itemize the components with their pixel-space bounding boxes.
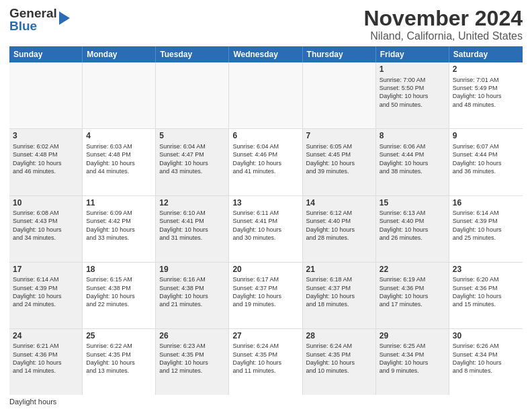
calendar-cell (229, 62, 302, 128)
calendar-cell: 27Sunrise: 6:24 AM Sunset: 4:35 PM Dayli… (229, 329, 302, 395)
calendar-cell: 17Sunrise: 6:14 AM Sunset: 4:39 PM Dayli… (9, 263, 83, 328)
day-number: 2 (453, 64, 519, 75)
day-info: Sunrise: 6:24 AM Sunset: 4:35 PM Dayligh… (306, 342, 355, 374)
day-info: Sunrise: 6:14 AM Sunset: 4:39 PM Dayligh… (453, 210, 502, 241)
day-number: 17 (13, 265, 79, 275)
day-number: 20 (232, 265, 298, 275)
day-number: 12 (159, 198, 225, 209)
calendar-cell (83, 62, 156, 128)
calendar-cell: 12Sunrise: 6:10 AM Sunset: 4:41 PM Dayli… (156, 196, 229, 262)
calendar-cell: 6Sunrise: 6:04 AM Sunset: 4:46 PM Daylig… (229, 129, 302, 195)
calendar-cell: 16Sunrise: 6:14 AM Sunset: 4:39 PM Dayli… (449, 196, 523, 262)
page: General Blue November 2024 Niland, Calif… (0, 0, 532, 411)
day-number: 14 (306, 198, 372, 209)
logo-blue: Blue (9, 19, 57, 32)
day-number: 9 (453, 131, 519, 142)
footer: Daylight hours (9, 398, 523, 406)
day-number: 7 (306, 131, 372, 142)
calendar-cell: 4Sunrise: 6:03 AM Sunset: 4:48 PM Daylig… (83, 129, 156, 195)
calendar-cell: 5Sunrise: 6:04 AM Sunset: 4:47 PM Daylig… (156, 129, 229, 195)
day-number: 13 (232, 198, 298, 209)
day-number: 29 (380, 331, 445, 342)
day-info: Sunrise: 6:17 AM Sunset: 4:37 PM Dayligh… (232, 276, 281, 308)
calendar-cell: 14Sunrise: 6:12 AM Sunset: 4:40 PM Dayli… (303, 196, 376, 262)
day-info: Sunrise: 6:24 AM Sunset: 4:35 PM Dayligh… (232, 342, 281, 374)
calendar-cell: 15Sunrise: 6:13 AM Sunset: 4:40 PM Dayli… (376, 196, 449, 262)
calendar-row: 10Sunrise: 6:08 AM Sunset: 4:43 PM Dayli… (9, 196, 523, 263)
calendar-row: 1Sunrise: 7:00 AM Sunset: 5:50 PM Daylig… (9, 62, 523, 129)
day-number: 6 (232, 131, 298, 142)
calendar-cell: 28Sunrise: 6:24 AM Sunset: 4:35 PM Dayli… (303, 329, 376, 395)
calendar-cell: 23Sunrise: 6:20 AM Sunset: 4:36 PM Dayli… (449, 263, 523, 328)
calendar-header-cell: Saturday (449, 46, 523, 62)
day-info: Sunrise: 6:21 AM Sunset: 4:36 PM Dayligh… (13, 342, 62, 374)
calendar-cell: 26Sunrise: 6:23 AM Sunset: 4:35 PM Dayli… (156, 329, 229, 395)
day-info: Sunrise: 6:03 AM Sunset: 4:48 PM Dayligh… (86, 143, 135, 175)
day-number: 1 (380, 64, 445, 75)
day-info: Sunrise: 6:13 AM Sunset: 4:40 PM Dayligh… (380, 210, 429, 241)
day-info: Sunrise: 6:04 AM Sunset: 4:46 PM Dayligh… (232, 143, 281, 175)
calendar-header-cell: Thursday (303, 46, 376, 62)
day-number: 26 (159, 331, 225, 342)
logo-general: General (9, 7, 57, 19)
header: General Blue November 2024 Niland, Calif… (9, 7, 523, 42)
calendar-row: 17Sunrise: 6:14 AM Sunset: 4:39 PM Dayli… (9, 263, 523, 329)
calendar-cell: 19Sunrise: 6:16 AM Sunset: 4:38 PM Dayli… (156, 263, 229, 328)
day-number: 16 (453, 198, 519, 209)
calendar-cell: 24Sunrise: 6:21 AM Sunset: 4:36 PM Dayli… (9, 329, 83, 395)
calendar-cell: 21Sunrise: 6:18 AM Sunset: 4:37 PM Dayli… (303, 263, 376, 328)
calendar-cell (9, 62, 83, 128)
day-number: 23 (453, 265, 519, 275)
calendar-cell: 3Sunrise: 6:02 AM Sunset: 4:48 PM Daylig… (9, 129, 83, 195)
day-number: 24 (13, 331, 79, 342)
calendar-header: SundayMondayTuesdayWednesdayThursdayFrid… (9, 46, 523, 62)
calendar-cell (303, 62, 376, 128)
calendar-cell: 9Sunrise: 6:07 AM Sunset: 4:44 PM Daylig… (449, 129, 523, 195)
calendar-cell: 22Sunrise: 6:19 AM Sunset: 4:36 PM Dayli… (376, 263, 449, 328)
day-info: Sunrise: 6:14 AM Sunset: 4:39 PM Dayligh… (13, 276, 62, 308)
day-info: Sunrise: 6:11 AM Sunset: 4:41 PM Dayligh… (232, 210, 281, 241)
day-number: 8 (380, 131, 445, 142)
calendar-cell: 30Sunrise: 6:26 AM Sunset: 4:34 PM Dayli… (449, 329, 523, 395)
day-info: Sunrise: 6:19 AM Sunset: 4:36 PM Dayligh… (380, 276, 429, 308)
day-info: Sunrise: 6:10 AM Sunset: 4:41 PM Dayligh… (159, 210, 208, 241)
calendar-header-cell: Wednesday (229, 46, 302, 62)
day-info: Sunrise: 6:05 AM Sunset: 4:45 PM Dayligh… (306, 143, 355, 175)
calendar-cell: 11Sunrise: 6:09 AM Sunset: 4:42 PM Dayli… (83, 196, 156, 262)
day-info: Sunrise: 6:08 AM Sunset: 4:43 PM Dayligh… (13, 210, 62, 241)
calendar-cell: 18Sunrise: 6:15 AM Sunset: 4:38 PM Dayli… (83, 263, 156, 328)
calendar-cell: 8Sunrise: 6:06 AM Sunset: 4:44 PM Daylig… (376, 129, 449, 195)
day-info: Sunrise: 6:07 AM Sunset: 4:44 PM Dayligh… (453, 143, 502, 175)
day-number: 19 (159, 265, 225, 275)
calendar-cell: 10Sunrise: 6:08 AM Sunset: 4:43 PM Dayli… (9, 196, 83, 262)
day-info: Sunrise: 6:02 AM Sunset: 4:48 PM Dayligh… (13, 143, 62, 175)
day-number: 10 (13, 198, 79, 209)
day-info: Sunrise: 6:04 AM Sunset: 4:47 PM Dayligh… (159, 143, 208, 175)
calendar-header-cell: Tuesday (156, 46, 229, 62)
logo-text: General Blue (9, 7, 57, 32)
day-info: Sunrise: 7:01 AM Sunset: 5:49 PM Dayligh… (453, 77, 502, 108)
calendar-cell: 25Sunrise: 6:22 AM Sunset: 4:35 PM Dayli… (83, 329, 156, 395)
day-number: 30 (453, 331, 519, 342)
calendar-row: 24Sunrise: 6:21 AM Sunset: 4:36 PM Dayli… (9, 329, 523, 395)
day-number: 22 (380, 265, 445, 275)
day-info: Sunrise: 7:00 AM Sunset: 5:50 PM Dayligh… (380, 77, 429, 108)
day-info: Sunrise: 6:25 AM Sunset: 4:34 PM Dayligh… (380, 342, 429, 374)
day-number: 21 (306, 265, 372, 275)
day-info: Sunrise: 6:09 AM Sunset: 4:42 PM Dayligh… (86, 210, 135, 241)
calendar-cell: 1Sunrise: 7:00 AM Sunset: 5:50 PM Daylig… (376, 62, 449, 128)
calendar-cell: 13Sunrise: 6:11 AM Sunset: 4:41 PM Dayli… (229, 196, 302, 262)
day-number: 11 (86, 198, 152, 209)
daylight-hours-label: Daylight hours (9, 398, 56, 406)
calendar-header-cell: Sunday (9, 46, 83, 62)
title-section: November 2024 Niland, California, United… (363, 7, 523, 42)
day-info: Sunrise: 6:12 AM Sunset: 4:40 PM Dayligh… (306, 210, 355, 241)
day-number: 28 (306, 331, 372, 342)
day-number: 4 (86, 131, 152, 142)
day-info: Sunrise: 6:18 AM Sunset: 4:37 PM Dayligh… (306, 276, 355, 308)
logo-triangle-icon (59, 11, 70, 25)
day-number: 5 (159, 131, 225, 142)
day-number: 15 (380, 198, 445, 209)
logo: General Blue (9, 7, 70, 32)
calendar-cell: 29Sunrise: 6:25 AM Sunset: 4:34 PM Dayli… (376, 329, 449, 395)
